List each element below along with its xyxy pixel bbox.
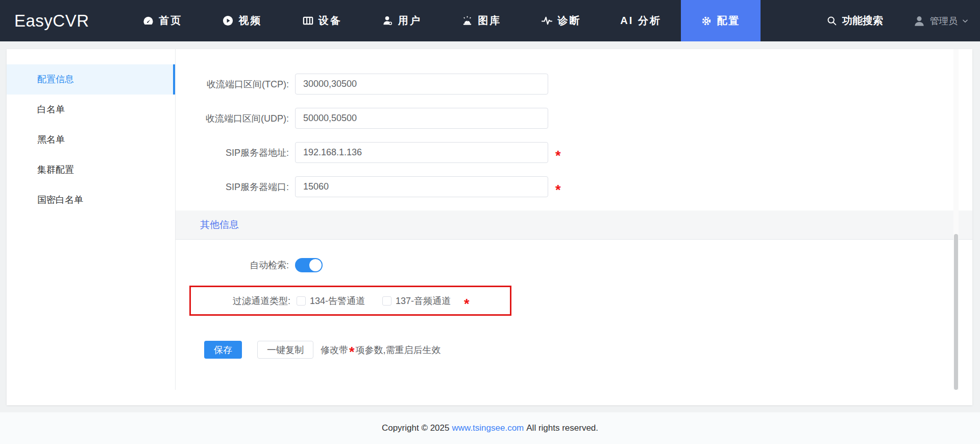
note-prefix: 修改带 [321, 344, 348, 356]
highlight-red-box: 过滤通道类型: 134-告警通道 137-音频通道 * [189, 286, 511, 316]
content-card: 配置信息 白名单 黑名单 集群配置 国密白名单 收流端口区间(TCP): 收流端… [7, 49, 972, 405]
page-footer: Copyright © 2025 www.tsingsee.com All ri… [0, 412, 980, 444]
save-button[interactable]: 保存 [204, 341, 242, 359]
required-asterisk: * [349, 349, 355, 355]
nav-item-label: 用户 [398, 14, 422, 28]
nav-item-label: 诊断 [557, 14, 581, 28]
brand-logo: EasyCVR [14, 0, 89, 41]
required-asterisk: * [464, 301, 470, 307]
nav-item-label: 首页 [159, 14, 182, 28]
form-row-sip-server-address: SIP服务器地址: * [176, 142, 972, 163]
auto-search-toggle[interactable] [295, 258, 323, 272]
function-search-label: 功能搜索 [842, 14, 883, 28]
user-name-label: 管理员 [930, 15, 958, 27]
form-actions: 保存 一键复制 修改带 * 项参数,需重启后生效 [176, 341, 972, 359]
tcp-port-range-input[interactable] [295, 74, 548, 95]
sidebar-item-gm-whitelist[interactable]: 国密白名单 [7, 185, 175, 215]
user-icon [382, 15, 394, 27]
checkbox-icon[interactable] [382, 296, 391, 306]
vertical-scrollbar-track[interactable] [953, 49, 959, 390]
nav-item-home[interactable]: 首页 [122, 0, 202, 41]
toggle-knob [309, 259, 322, 271]
field-label: 过滤通道类型: [191, 295, 290, 307]
required-asterisk: * [555, 188, 561, 193]
form-row-auto-search: 自动检索: [176, 258, 972, 272]
nav-item-label: 设备 [318, 14, 342, 28]
form-row-sip-server-port: SIP服务器端口: * [176, 176, 972, 197]
nav-item-gallery[interactable]: 图库 [442, 0, 521, 41]
pulse-icon [541, 15, 553, 27]
user-menu[interactable]: 管理员 [913, 14, 969, 28]
nav-item-label: 配置 [717, 14, 740, 28]
video-icon [222, 15, 234, 27]
sip-server-port-input[interactable] [295, 176, 548, 197]
nav-item-label: AI 分析 [620, 14, 662, 28]
sidebar-item-whitelist[interactable]: 白名单 [7, 95, 175, 125]
top-navbar: EasyCVR 首页 视频 设备 用户 [0, 0, 980, 41]
config-form: 收流端口区间(TCP): 收流端口区间(UDP): SIP服务器地址: * SI… [176, 49, 972, 390]
one-click-copy-button[interactable]: 一键复制 [257, 341, 313, 359]
sip-server-address-input[interactable] [295, 142, 548, 163]
nav-item-device[interactable]: 设备 [282, 0, 362, 41]
device-icon [302, 15, 314, 27]
field-label: 收流端口区间(TCP): [176, 78, 289, 90]
checkbox-label: 137-音频通道 [396, 295, 451, 307]
nav-item-ai-analysis[interactable]: AI 分析 [601, 0, 681, 41]
nav-item-diagnosis[interactable]: 诊断 [521, 0, 601, 41]
vertical-scrollbar-thumb[interactable] [954, 234, 958, 390]
settings-sidebar: 配置信息 白名单 黑名单 集群配置 国密白名单 [7, 49, 176, 390]
tsingsee-link[interactable]: www.tsingsee.com [452, 423, 524, 433]
sidebar-item-blacklist[interactable]: 黑名单 [7, 125, 175, 155]
chevron-down-icon [962, 17, 969, 25]
sidebar-item-config-info[interactable]: 配置信息 [7, 64, 175, 95]
field-label: SIP服务器地址: [176, 147, 289, 159]
nav-menu: 首页 视频 设备 用户 图库 [122, 0, 761, 41]
note-suffix: 项参数,需重启后生效 [356, 344, 441, 356]
required-asterisk: * [555, 153, 561, 158]
gear-icon [701, 15, 712, 27]
form-row-udp-port-range: 收流端口区间(UDP): [176, 108, 972, 129]
sidebar-item-cluster-config[interactable]: 集群配置 [7, 155, 175, 185]
restart-note: 修改带 * 项参数,需重启后生效 [321, 344, 441, 356]
copyright-suffix: All rights reserved. [526, 423, 598, 433]
field-label: 自动检索: [176, 259, 289, 271]
checkbox-icon[interactable] [297, 296, 306, 306]
field-label: 收流端口区间(UDP): [176, 112, 289, 125]
nav-item-label: 视频 [238, 14, 262, 28]
dashboard-icon [142, 15, 154, 27]
udp-port-range-input[interactable] [295, 108, 548, 129]
nav-item-user[interactable]: 用户 [362, 0, 442, 41]
navbar-right: 功能搜索 管理员 [826, 0, 969, 41]
avatar-icon [913, 14, 926, 28]
alarm-siren-icon [461, 15, 473, 27]
checkbox-option-alarm-channel[interactable]: 134-告警通道 [297, 295, 365, 307]
nav-item-video[interactable]: 视频 [202, 0, 282, 41]
scroll-region: 配置信息 白名单 黑名单 集群配置 国密白名单 收流端口区间(TCP): 收流端… [7, 49, 972, 390]
field-label: SIP服务器端口: [176, 181, 289, 193]
function-search-button[interactable]: 功能搜索 [826, 14, 883, 28]
nav-item-config-active[interactable]: 配置 [681, 0, 761, 41]
checkbox-option-audio-channel[interactable]: 137-音频通道 [382, 295, 451, 307]
checkbox-label: 134-告警通道 [310, 295, 365, 307]
form-row-tcp-port-range: 收流端口区间(TCP): [176, 74, 972, 95]
nav-item-label: 图库 [478, 14, 501, 28]
copyright-prefix: Copyright © 2025 [382, 423, 450, 433]
section-header-other-info: 其他信息 [176, 211, 972, 240]
search-icon [826, 15, 837, 26]
